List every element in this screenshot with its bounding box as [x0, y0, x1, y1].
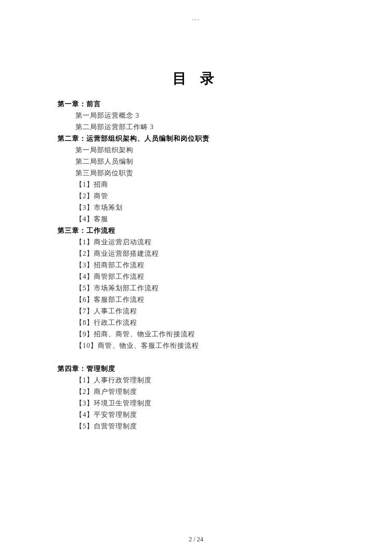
- toc-item: 第一局部运营概念 3: [58, 110, 334, 121]
- toc-item: 【2】商管: [58, 190, 334, 202]
- toc-item: 【4】平安管理制度: [58, 409, 334, 420]
- toc-item: 【4】商管部工作流程: [58, 271, 334, 282]
- toc-item: 【4】客服: [58, 213, 334, 225]
- toc-item: 第一局部组织架构: [58, 144, 334, 156]
- chapter-heading: 第二章：运营部组织架构、人员编制和岗位职责: [58, 133, 334, 144]
- toc-item: 【7】人事工作流程: [58, 305, 334, 317]
- chapter-heading: 第一章：前言: [58, 98, 334, 110]
- toc-content: 第一章：前言 第一局部运营概念 3 第二局部运营部工作畴 3 第二章：运营部组织…: [58, 98, 334, 432]
- page-number: 2 / 24: [189, 536, 203, 543]
- header-mark: ---: [192, 16, 200, 23]
- toc-item: 【2】商户管理制度: [58, 386, 334, 397]
- toc-item: 【5】自营管理制度: [58, 420, 334, 432]
- toc-item: 【3】招商部工作流程: [58, 259, 334, 271]
- toc-item: 【9】招商、商管、物业工作衔接流程: [58, 328, 334, 340]
- toc-item: 第二局部运营部工作畴 3: [58, 121, 334, 133]
- toc-item: 第三局部岗位职责: [58, 167, 334, 179]
- toc-item: 【6】客服部工作流程: [58, 294, 334, 305]
- spacer: [58, 351, 334, 363]
- toc-item: 【1】招商: [58, 179, 334, 190]
- page-title: 目 录: [173, 69, 219, 88]
- toc-item: 【2】商业运营部搭建流程: [58, 248, 334, 259]
- toc-item: 【1】商业运营启动流程: [58, 236, 334, 248]
- toc-item: 【10】商管、物业、客服工作衔接流程: [58, 340, 334, 351]
- toc-item: 【5】市场筹划部工作流程: [58, 282, 334, 294]
- chapter-heading: 第四章：管理制度: [58, 363, 334, 374]
- toc-item: 【3】市场筹划: [58, 202, 334, 213]
- toc-item: 第二局部人员编制: [58, 156, 334, 167]
- toc-item: 【3】环境卫生管理制度: [58, 397, 334, 409]
- toc-item: 【1】人事行政管理制度: [58, 374, 334, 386]
- chapter-heading: 第三章：工作流程: [58, 225, 334, 236]
- toc-item: 【8】行政工作流程: [58, 317, 334, 328]
